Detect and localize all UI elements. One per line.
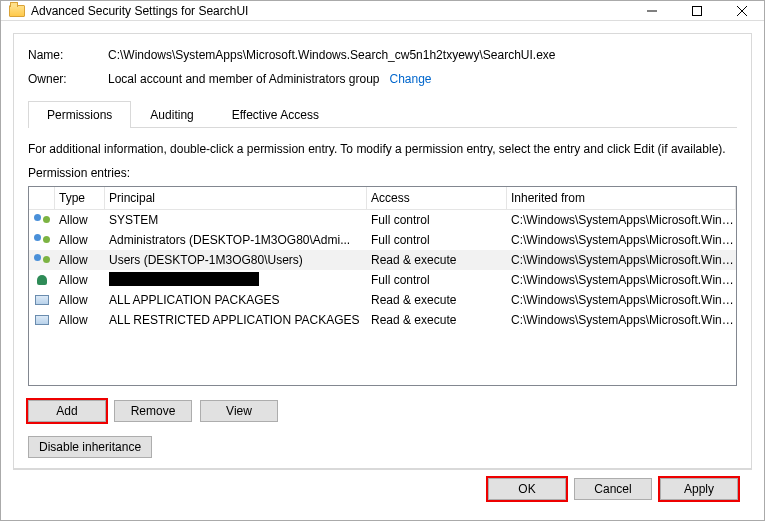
window: Advanced Security Settings for SearchUI …	[0, 0, 765, 521]
cell-icon	[29, 295, 55, 305]
cell-type: Allow	[55, 213, 105, 227]
cell-principal: ALL RESTRICTED APPLICATION PACKAGES	[105, 313, 367, 327]
inheritance-row: Disable inheritance	[28, 436, 737, 458]
grid-button-row: Add Remove View	[28, 400, 737, 422]
tab-effective-access[interactable]: Effective Access	[213, 101, 338, 128]
cell-icon	[29, 254, 55, 266]
cell-inherited: C:\Windows\SystemApps\Microsoft.Windo...	[507, 273, 736, 287]
owner-label: Owner:	[28, 72, 108, 86]
permissions-grid[interactable]: Type Principal Access Inherited from All…	[28, 186, 737, 386]
cell-access: Read & execute	[367, 313, 507, 327]
col-type[interactable]: Type	[55, 187, 105, 210]
window-title: Advanced Security Settings for SearchUI	[31, 4, 629, 18]
cell-principal	[105, 272, 367, 289]
table-row[interactable]: AllowUsers (DESKTOP-1M3OG80\Users)Read &…	[29, 250, 736, 270]
col-inherited[interactable]: Inherited from	[507, 187, 736, 210]
name-value: C:\Windows\SystemApps\Microsoft.Windows.…	[108, 48, 556, 62]
cell-principal: Administrators (DESKTOP-1M3OG80\Admi...	[105, 233, 367, 247]
tab-auditing[interactable]: Auditing	[131, 101, 212, 128]
change-owner-link[interactable]: Change	[389, 72, 431, 86]
footer: OK Cancel Apply	[13, 469, 752, 508]
permission-entries-label: Permission entries:	[28, 166, 737, 180]
cell-access: Full control	[367, 233, 507, 247]
cell-type: Allow	[55, 253, 105, 267]
svg-rect-0	[692, 6, 701, 15]
cancel-button[interactable]: Cancel	[574, 478, 652, 500]
row-name: Name: C:\Windows\SystemApps\Microsoft.Wi…	[28, 48, 737, 62]
main-panel: Name: C:\Windows\SystemApps\Microsoft.Wi…	[13, 33, 752, 469]
minimize-button[interactable]	[629, 1, 674, 20]
folder-icon	[9, 5, 25, 17]
cell-type: Allow	[55, 313, 105, 327]
row-owner: Owner: Local account and member of Admin…	[28, 72, 737, 86]
table-row[interactable]: AllowAdministrators (DESKTOP-1M3OG80\Adm…	[29, 230, 736, 250]
view-button[interactable]: View	[200, 400, 278, 422]
cell-icon	[29, 275, 55, 285]
cell-principal: ALL APPLICATION PACKAGES	[105, 293, 367, 307]
cell-icon	[29, 315, 55, 325]
cell-principal: SYSTEM	[105, 213, 367, 227]
table-row[interactable]: AllowFull controlC:\Windows\SystemApps\M…	[29, 270, 736, 290]
titlebar: Advanced Security Settings for SearchUI	[1, 1, 764, 21]
people-icon	[34, 234, 50, 246]
cell-inherited: C:\Windows\SystemApps\Microsoft.Windo...	[507, 313, 736, 327]
cell-access: Full control	[367, 213, 507, 227]
cell-inherited: C:\Windows\SystemApps\Microsoft.Windo...	[507, 293, 736, 307]
redacted-principal	[109, 272, 259, 286]
content: Name: C:\Windows\SystemApps\Microsoft.Wi…	[1, 21, 764, 520]
cell-type: Allow	[55, 273, 105, 287]
info-text: For additional information, double-click…	[28, 142, 737, 156]
table-row[interactable]: AllowSYSTEMFull controlC:\Windows\System…	[29, 210, 736, 230]
col-icon[interactable]	[29, 187, 55, 210]
ok-button[interactable]: OK	[488, 478, 566, 500]
cell-inherited: C:\Windows\SystemApps\Microsoft.Windo...	[507, 253, 736, 267]
cell-access: Full control	[367, 273, 507, 287]
people-icon	[34, 254, 50, 266]
cell-type: Allow	[55, 293, 105, 307]
tab-permissions[interactable]: Permissions	[28, 101, 131, 128]
tabs: Permissions Auditing Effective Access	[28, 100, 737, 128]
cell-access: Read & execute	[367, 253, 507, 267]
table-row[interactable]: AllowALL RESTRICTED APPLICATION PACKAGES…	[29, 310, 736, 330]
table-row[interactable]: AllowALL APPLICATION PACKAGESRead & exec…	[29, 290, 736, 310]
cell-icon	[29, 214, 55, 226]
owner-value: Local account and member of Administrato…	[108, 72, 379, 86]
close-button[interactable]	[719, 1, 764, 20]
grid-header: Type Principal Access Inherited from	[29, 187, 736, 210]
cell-icon	[29, 234, 55, 246]
col-access[interactable]: Access	[367, 187, 507, 210]
remove-button[interactable]: Remove	[114, 400, 192, 422]
package-icon	[35, 295, 49, 305]
cell-inherited: C:\Windows\SystemApps\Microsoft.Windo...	[507, 233, 736, 247]
add-button[interactable]: Add	[28, 400, 106, 422]
maximize-button[interactable]	[674, 1, 719, 20]
cell-access: Read & execute	[367, 293, 507, 307]
apply-button[interactable]: Apply	[660, 478, 738, 500]
col-principal[interactable]: Principal	[105, 187, 367, 210]
people-icon	[34, 214, 50, 226]
name-label: Name:	[28, 48, 108, 62]
grid-body: AllowSYSTEMFull controlC:\Windows\System…	[29, 210, 736, 330]
window-buttons	[629, 1, 764, 20]
cell-principal: Users (DESKTOP-1M3OG80\Users)	[105, 253, 367, 267]
package-icon	[35, 315, 49, 325]
disable-inheritance-button[interactable]: Disable inheritance	[28, 436, 152, 458]
cell-type: Allow	[55, 233, 105, 247]
person-icon	[37, 275, 47, 285]
cell-inherited: C:\Windows\SystemApps\Microsoft.Windo...	[507, 213, 736, 227]
